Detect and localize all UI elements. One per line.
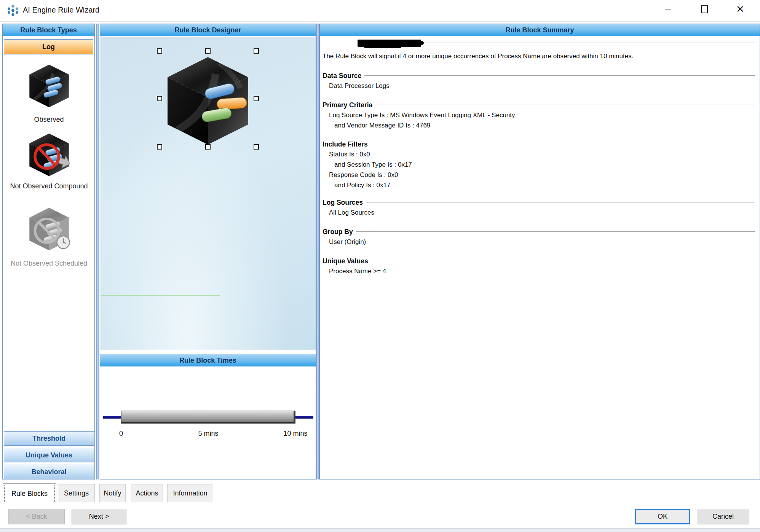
summary-section-unique-values: Unique Values Process Name >= 4 [323, 256, 755, 276]
section-line: All Log Sources [323, 207, 755, 218]
section-line: Response Code Is : 0x0 [323, 170, 755, 180]
rule-block-types-panel: Rule Block Types Log Observed [2, 24, 95, 479]
rule-block-times-panel: Rule Block Times 0 5 mins 10 mins [100, 354, 316, 479]
section-line: Log Source Type Is : MS Windows Event Lo… [323, 110, 755, 120]
section-line: and Policy Is : 0x17 [323, 180, 755, 190]
selection-handle-bottom-right[interactable] [254, 144, 259, 150]
rule-block-times-header: Rule Block Times [100, 354, 316, 367]
section-line: Process Name >= 4 [323, 266, 755, 276]
group-button-behavioral[interactable]: Behavioral [4, 465, 94, 479]
minimize-button[interactable] [659, 2, 676, 16]
rule-block-designer-panel: Rule Block Designer [100, 24, 316, 350]
section-divider [375, 105, 755, 105]
tab-notify[interactable]: Notify [99, 484, 126, 502]
section-title: Log Sources [323, 199, 363, 207]
maximize-button[interactable] [696, 2, 713, 16]
not-observed-compound-cube-icon [27, 131, 72, 177]
summary-section-data-source: Data Source Data Processor Logs [323, 71, 755, 91]
section-title: Data Source [323, 72, 361, 80]
tab-information[interactable]: Information [167, 484, 213, 502]
rule-block-types-header: Rule Block Types [3, 24, 94, 37]
log-rule-block-cube-icon [162, 52, 254, 147]
rule-block-summary-header: Rule Block Summary [320, 24, 760, 37]
time-tick-5min: 5 mins [198, 430, 218, 438]
back-button[interactable]: < Back [8, 509, 65, 524]
rule-type-not-observed-compound-label: Not Observed Compound [3, 182, 95, 190]
group-button-threshold[interactable]: Threshold [4, 431, 94, 446]
summary-body: The Rule Block will signal if 4 or more … [320, 37, 760, 479]
summary-section-include-filters: Include Filters Status Is : 0x0 and Sess… [323, 139, 755, 190]
window-bottom-edge [0, 528, 760, 532]
summary-section-primary-criteria: Primary Criteria Log Source Type Is : MS… [323, 100, 755, 131]
title-bar: AI Engine Rule Wizard ✕ [0, 0, 760, 22]
group-button-log[interactable]: Log [4, 39, 93, 54]
summary-intro-text: The Rule Block will signal if 4 or more … [323, 52, 754, 61]
rule-block-designer-header: Rule Block Designer [100, 24, 316, 37]
times-canvas: 0 5 mins 10 mins [100, 367, 316, 479]
tab-rule-blocks[interactable]: Rule Blocks [3, 483, 56, 504]
rule-type-not-observed-compound[interactable] [3, 131, 95, 177]
section-divider [364, 75, 755, 76]
rule-block-summary-panel: Rule Block Summary The Rule Block will s… [319, 24, 760, 479]
logrhythm-logo-icon [6, 4, 20, 18]
section-title: Include Filters [323, 140, 368, 148]
selection-handle-bottom-center[interactable] [205, 144, 211, 150]
observed-cube-icon [27, 62, 72, 108]
selection-handle-top-left[interactable] [157, 48, 162, 54]
time-tick-0: 0 [119, 430, 123, 438]
tab-actions[interactable]: Actions [131, 484, 163, 502]
cancel-button[interactable]: Cancel [697, 509, 749, 524]
time-range-slider[interactable] [121, 411, 295, 424]
redacted-rule-name [358, 40, 421, 47]
section-line: Status Is : 0x0 [323, 149, 755, 159]
maximize-icon [701, 5, 708, 13]
section-line: and Vendor Message ID Is : 4769 [323, 120, 755, 131]
rule-type-observed[interactable] [3, 62, 95, 108]
selection-handle-top-center[interactable] [205, 48, 211, 54]
rule-name-row [323, 39, 755, 47]
time-tick-10min: 10 mins [283, 430, 307, 438]
left-splitter[interactable] [96, 24, 99, 479]
section-divider [371, 144, 755, 145]
section-line: Data Processor Logs [323, 81, 755, 91]
rule-type-not-observed-scheduled-label: Not Observed Scheduled [3, 259, 95, 268]
minimize-icon [665, 9, 671, 10]
section-divider [371, 261, 755, 261]
next-button[interactable]: Next > [71, 509, 127, 524]
rule-block-cube[interactable] [162, 52, 254, 147]
section-divider [424, 43, 755, 43]
designer-guide-line [101, 295, 220, 296]
section-title: Group By [323, 228, 353, 236]
right-splitter[interactable] [316, 24, 319, 479]
close-button[interactable]: ✕ [732, 2, 749, 16]
window-title: AI Engine Rule Wizard [23, 6, 99, 14]
selection-handle-mid-left[interactable] [157, 96, 162, 101]
not-observed-scheduled-cube-icon [27, 205, 72, 252]
section-line: User (Origin) [323, 237, 755, 247]
section-divider [366, 202, 755, 203]
section-line: and Session Type Is : 0x17 [323, 159, 755, 170]
ai-engine-rule-wizard-window: AI Engine Rule Wizard ✕ Rule Block Types… [0, 0, 760, 532]
summary-section-group-by: Group By User (Origin) [323, 227, 755, 247]
selection-handle-mid-right[interactable] [254, 96, 259, 101]
rule-type-observed-label: Observed [3, 115, 95, 124]
rule-type-not-observed-scheduled[interactable] [3, 205, 95, 252]
designer-canvas[interactable] [100, 37, 316, 350]
section-title: Unique Values [323, 257, 368, 265]
selection-handle-top-right[interactable] [254, 48, 259, 54]
tab-settings[interactable]: Settings [58, 484, 95, 502]
section-title: Primary Criteria [323, 101, 372, 109]
ok-button[interactable]: OK [635, 509, 690, 524]
selection-handle-bottom-left[interactable] [157, 144, 162, 150]
group-button-unique-values[interactable]: Unique Values [4, 448, 94, 462]
section-divider [356, 231, 755, 232]
close-icon: ✕ [736, 4, 744, 14]
summary-section-log-sources: Log Sources All Log Sources [323, 198, 755, 218]
